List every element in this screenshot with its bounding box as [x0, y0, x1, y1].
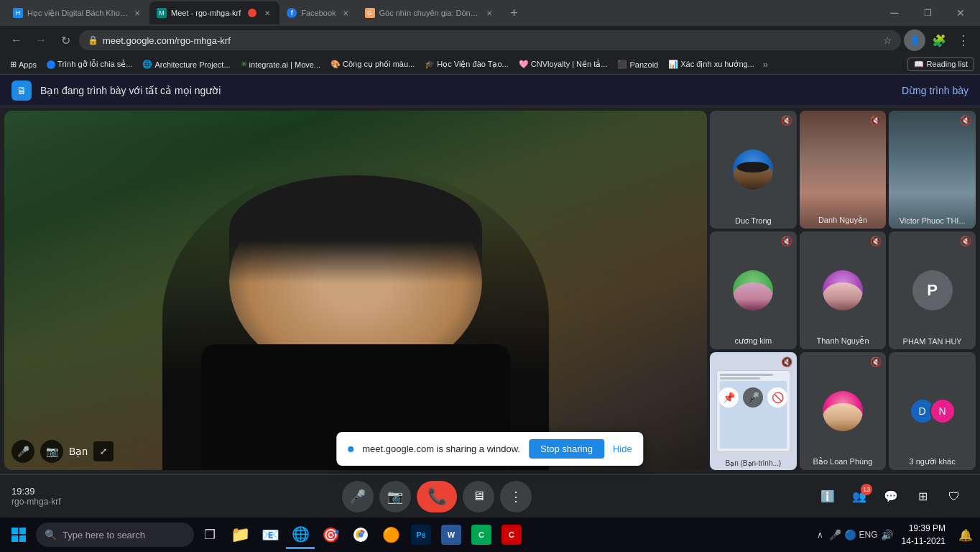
participant-others[interactable]: D N 3 người khác: [889, 352, 976, 470]
tab4-close[interactable]: ✕: [484, 8, 494, 18]
avatar-cuong: [733, 270, 773, 310]
end-call-button[interactable]: 📞: [417, 481, 457, 512]
controls-center: 🎤 📷 📞 🖥 ⋮: [342, 481, 532, 512]
taskbar-app4[interactable]: 🟠: [376, 520, 405, 549]
meet-info: 19:39 rgo-mhga-krf: [11, 486, 61, 507]
taskbar-app-pin1[interactable]: 📧: [256, 520, 285, 549]
bookmark-apps[interactable]: ⊞Apps: [6, 58, 41, 70]
bookmarks-bar: ⊞Apps Trình gỡ lỗi chia sẻ... 🌐 Architec…: [0, 55, 980, 75]
participant-victor[interactable]: 🔇 Victor Phuoc THI...: [889, 111, 976, 229]
notification-button[interactable]: 🔔: [954, 523, 977, 546]
mic-mute-indicator[interactable]: 🎤: [11, 440, 34, 463]
bookmarks-more[interactable]: »: [760, 59, 771, 70]
extensions-icon[interactable]: 🧩: [928, 29, 950, 51]
camera-button[interactable]: 📷: [379, 481, 411, 512]
tray-volume[interactable]: 🔊: [881, 529, 893, 540]
task-view-button[interactable]: ❐: [195, 520, 224, 549]
address-bar[interactable]: 🔒 meet.google.com/rgo-mhga-krf ☆: [79, 30, 901, 50]
taskbar-app6[interactable]: C: [497, 520, 526, 549]
star-icon[interactable]: ☆: [883, 34, 892, 46]
chat-button[interactable]: 💬: [877, 482, 905, 511]
meet-controls-bar: 19:39 rgo-mhga-krf 🎤 📷 📞 🖥 ⋮ ℹ️ 👥 13 💬 ⊞…: [0, 474, 980, 518]
bookmark-xac-dinh[interactable]: 📊 Xác định xu hướng...: [664, 58, 759, 70]
camera-toggle[interactable]: 📷: [40, 440, 63, 463]
start-button[interactable]: [3, 519, 34, 551]
participant-screen-share[interactable]: 🔇 📌 🎤 🚫 Bạn (Bạn-trình...): [710, 352, 797, 470]
participant-duc-trong[interactable]: 🔇 Duc Trong: [710, 111, 797, 229]
menu-button[interactable]: ⋮: [953, 29, 974, 51]
tab2-close[interactable]: ✕: [262, 8, 272, 18]
clock-time: 19:39 PM: [902, 522, 946, 535]
tab-goc-nhin[interactable]: G Góc nhìn chuyên gia: Dòng tiền c... ✕: [358, 1, 501, 24]
new-tab-button[interactable]: +: [504, 3, 524, 23]
tab2-label: Meet - rgo-mhga-krf: [171, 9, 241, 17]
more-options-button[interactable]: ⋮: [500, 481, 532, 512]
present-button[interactable]: 🖥: [463, 481, 494, 512]
participant-name-danh: Danh Nguyễn: [800, 216, 887, 225]
bookmark-hoc-vien[interactable]: 🎓 Học Viện đào Tạo...: [420, 58, 512, 70]
participant-danh-nguyen[interactable]: 🔇 Danh Nguyễn: [800, 111, 887, 229]
taskbar-photoshop[interactable]: Ps: [407, 520, 435, 549]
participants-grid: 🔇 Duc Trong 🔇 Danh Nguyễn 🔇: [710, 111, 976, 470]
mute-icon-duc: 🔇: [781, 115, 792, 126]
windows-logo-icon: [11, 528, 26, 542]
profile-icon[interactable]: 👤: [904, 29, 925, 51]
participant-bao-loan[interactable]: 🔇 Bảo Loan Phùng: [800, 352, 887, 470]
taskbar-search[interactable]: 🔍 Type here to search: [36, 523, 194, 547]
address-text: meet.google.com/rgo-mhga-krf: [103, 35, 879, 46]
taskbar-word[interactable]: W: [437, 520, 466, 549]
reading-list-button[interactable]: 📖 Reading list: [907, 58, 974, 71]
close-button[interactable]: ✕: [944, 0, 977, 26]
stop-sharing-button[interactable]: Stop sharing: [529, 439, 604, 459]
taskbar-app3[interactable]: 🎯: [316, 520, 345, 549]
tab1-close[interactable]: ✕: [132, 8, 142, 18]
participant-cuong-kim[interactable]: 🔇 cương kim: [710, 231, 797, 349]
tile-bg-victor: [889, 111, 976, 229]
participant-name-pham: PHAM TAN HUY: [889, 337, 976, 346]
forward-button[interactable]: →: [30, 29, 52, 51]
activities-button[interactable]: ⊞: [908, 482, 937, 511]
expand-video-button[interactable]: ⤢: [93, 441, 114, 461]
tab3-close[interactable]: ✕: [341, 8, 351, 18]
mic-button[interactable]: 🎤: [342, 481, 374, 512]
main-area: 🎤 📷 Bạn ⤢ 🔇 Duc Trong: [0, 106, 980, 474]
reload-button[interactable]: ↻: [55, 29, 76, 51]
participant-pham[interactable]: 🔇 P PHAM TAN HUY: [889, 231, 976, 349]
presenting-text: Bạn đang trình bày với tất cả mọi người: [40, 85, 902, 96]
restore-button[interactable]: ❐: [911, 0, 944, 26]
video-controls-overlay: 🎤 📷 Bạn ⤢: [11, 440, 114, 463]
bookmark-integrate[interactable]: ✳ integrate.ai | Move...: [236, 58, 325, 70]
taskbar-app5[interactable]: C: [467, 520, 496, 549]
tab-hoc-vien[interactable]: H Học viện Digital Bách Khoa | Bac... ✕: [6, 1, 149, 24]
tab-facebook[interactable]: f Facebook ✕: [279, 1, 357, 24]
clock-date: 14-11-2021: [902, 535, 946, 548]
tray-lang[interactable]: ENG: [859, 530, 878, 540]
svg-rect-3: [19, 535, 26, 542]
bookmark-cong-cu[interactable]: 🎨 Công cụ phối màu...: [326, 58, 419, 70]
participants-button[interactable]: 👥 13: [845, 482, 874, 511]
hide-button[interactable]: Hide: [613, 443, 632, 454]
safety-button[interactable]: 🛡: [940, 482, 969, 511]
participant-thanh-nguyen[interactable]: 🔇 Thanh Nguyễn: [800, 231, 887, 349]
taskbar-file-explorer[interactable]: 📁: [226, 520, 254, 549]
stop-presenting-button[interactable]: Dừng trình bày: [902, 85, 969, 96]
tray-mic-icon[interactable]: 🎤: [829, 529, 841, 540]
bookmark-cnv[interactable]: 🩷 CNVloyalty | Nền tả...: [514, 58, 612, 70]
tray-expand[interactable]: ∧: [814, 527, 826, 543]
tab-bar: H Học viện Digital Bách Khoa | Bac... ✕ …: [0, 0, 980, 26]
taskbar-edge[interactable]: 🌐: [286, 520, 315, 549]
system-tray: ∧ 🎤 🔵 ENG 🔊 19:39 PM 14-11-2021 🔔: [814, 522, 977, 548]
tray-bluetooth-icon[interactable]: 🔵: [844, 529, 856, 540]
minimize-button[interactable]: ─: [878, 0, 911, 26]
avatar-thanh: [823, 270, 863, 310]
tab-meet[interactable]: M Meet - rgo-mhga-krf ✕: [149, 1, 279, 24]
clock-display[interactable]: 19:39 PM 14-11-2021: [896, 522, 951, 548]
participant-name-thanh: Thanh Nguyễn: [800, 336, 887, 346]
taskbar-chrome[interactable]: [346, 520, 375, 549]
back-button[interactable]: ←: [6, 29, 27, 51]
presenting-banner: 🖥 Bạn đang trình bày với tất cả mọi ngườ…: [0, 75, 980, 106]
bookmark-trinh[interactable]: Trình gỡ lỗi chia sẻ...: [42, 58, 137, 70]
bookmark-panzoid[interactable]: ⬛ Panzoid: [613, 58, 662, 70]
bookmark-architecture[interactable]: 🌐 Architecture Project...: [138, 58, 234, 70]
info-button[interactable]: ℹ️: [813, 482, 842, 511]
